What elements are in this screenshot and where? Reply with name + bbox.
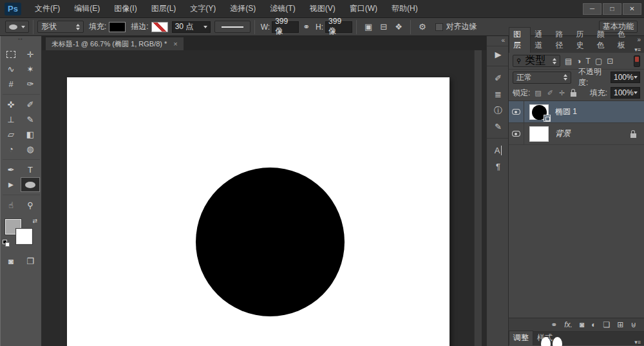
- tool-move[interactable]: ✛: [21, 47, 40, 62]
- menu-filter[interactable]: 滤镜(T): [263, 0, 302, 18]
- panel-menu-icon[interactable]: ▾≡: [634, 46, 644, 53]
- character-panel-button[interactable]: A: [487, 142, 509, 159]
- lock-all-icon[interactable]: [571, 92, 576, 97]
- visibility-cell[interactable]: [509, 123, 524, 145]
- tool-screen-mode[interactable]: ❐: [21, 254, 40, 269]
- menu-edit[interactable]: 编辑(E): [67, 0, 107, 18]
- new-adjustment-layer-icon[interactable]: ◐: [591, 320, 596, 329]
- close-button[interactable]: ✕: [623, 3, 641, 15]
- lock-position-icon[interactable]: ✛: [558, 89, 566, 97]
- tab-swatches[interactable]: 色板: [614, 28, 634, 53]
- shape-height-input[interactable]: 399 像: [325, 21, 352, 33]
- tool-hand[interactable]: ☝: [1, 198, 21, 213]
- layer-name[interactable]: 椭圆 1: [555, 106, 577, 117]
- swap-colors-icon[interactable]: ⇄: [32, 218, 37, 224]
- tool-crop[interactable]: #: [1, 77, 21, 91]
- lock-transparency-icon[interactable]: ▨: [533, 89, 542, 97]
- new-group-icon[interactable]: ❏: [603, 320, 610, 329]
- new-layer-icon[interactable]: ⊞: [617, 320, 623, 329]
- layer-row-background[interactable]: 背景: [509, 123, 644, 145]
- ellipse-layer-shape[interactable]: [196, 168, 345, 316]
- filter-shape-layers-icon[interactable]: ▢: [595, 57, 602, 66]
- gear-icon[interactable]: ⚙: [415, 22, 430, 32]
- tab-paths[interactable]: 路径: [551, 28, 572, 53]
- menu-window[interactable]: 窗口(W): [343, 0, 384, 18]
- tool-mode-select[interactable]: 形状: [37, 21, 84, 33]
- opacity-input[interactable]: 100%: [611, 72, 640, 83]
- tool-pen[interactable]: ✒: [1, 162, 21, 177]
- menu-file[interactable]: 文件(F): [28, 0, 67, 18]
- filter-type-layers-icon[interactable]: T: [586, 57, 591, 66]
- stroke-width-input[interactable]: 30 点: [172, 21, 211, 33]
- align-edges-checkbox[interactable]: [435, 23, 443, 31]
- layer-name[interactable]: 背景: [555, 128, 571, 139]
- layer-effects-icon[interactable]: fx.: [564, 320, 573, 329]
- brush-presets-panel-button[interactable]: ✎: [487, 119, 509, 135]
- vertical-scrollbar[interactable]: [474, 50, 482, 346]
- tool-brush[interactable]: ✐: [21, 97, 40, 112]
- layer-row-ellipse[interactable]: 椭圆 1: [509, 101, 644, 123]
- background-color-swatch[interactable]: [16, 229, 32, 244]
- link-dimensions-icon[interactable]: ⚭: [299, 22, 314, 32]
- eye-icon[interactable]: [512, 109, 520, 115]
- panel-grip[interactable]: ▪▪: [0, 36, 41, 42]
- maximize-button[interactable]: □: [603, 3, 621, 15]
- tool-eraser[interactable]: ▱: [1, 127, 21, 142]
- tool-blur[interactable]: ◔: [1, 142, 21, 157]
- delete-layer-icon[interactable]: ⊎: [630, 320, 636, 329]
- fill-input[interactable]: 100%: [611, 87, 640, 99]
- filter-smart-objects-icon[interactable]: ⊡: [607, 57, 613, 66]
- info-panel-button[interactable]: ⓘ: [487, 102, 509, 119]
- menu-view[interactable]: 视图(V): [303, 0, 343, 18]
- clone-source-panel-button[interactable]: ≣: [487, 86, 509, 102]
- path-alignment-icon[interactable]: ⊟: [376, 22, 391, 32]
- actions-panel-button[interactable]: ▶: [487, 46, 509, 62]
- tab-history[interactable]: 历史: [573, 28, 593, 53]
- tool-clone-stamp[interactable]: ⊥: [1, 112, 21, 127]
- tool-gradient[interactable]: ◧: [21, 127, 40, 142]
- tool-path-selection[interactable]: ►: [1, 177, 21, 192]
- brush-panel-button[interactable]: ✐: [487, 70, 509, 86]
- link-layers-icon[interactable]: ⚭: [551, 320, 557, 329]
- paragraph-panel-button[interactable]: ¶: [487, 159, 509, 175]
- eye-icon[interactable]: [512, 131, 520, 137]
- panel-menu-icon[interactable]: ▾≡: [634, 339, 644, 345]
- tool-preset-picker[interactable]: [5, 21, 29, 33]
- tool-ellipse[interactable]: [21, 177, 40, 192]
- minimize-button[interactable]: ─: [583, 3, 601, 15]
- menu-select[interactable]: 选择(S): [223, 0, 263, 18]
- tool-quick-mask[interactable]: ◙: [1, 254, 21, 269]
- tool-type[interactable]: T: [21, 162, 40, 177]
- canvas-area[interactable]: [42, 50, 486, 346]
- tab-layers[interactable]: 图层: [509, 27, 531, 53]
- fill-color-swatch[interactable]: [109, 22, 126, 32]
- collapse-panels-icon[interactable]: »: [637, 36, 641, 43]
- tool-lasso[interactable]: ∿: [1, 62, 21, 77]
- document-canvas[interactable]: [67, 77, 450, 346]
- tool-eyedropper[interactable]: ✑: [21, 77, 40, 91]
- lock-image-icon[interactable]: ✐: [546, 89, 554, 97]
- tab-color[interactable]: 颜色: [593, 28, 614, 53]
- add-layer-mask-icon[interactable]: ◙: [580, 320, 584, 329]
- document-tab[interactable]: 未标题-1 @ 66.7% (椭圆 1, RGB/8) * ×: [45, 37, 184, 50]
- tool-dodge[interactable]: ◍: [21, 142, 40, 157]
- blend-mode-select[interactable]: 正常: [513, 72, 571, 84]
- filter-kind-select[interactable]: ⚲ 类型: [513, 55, 560, 67]
- tab-channels[interactable]: 通道: [531, 28, 551, 53]
- close-tab-icon[interactable]: ×: [173, 40, 177, 48]
- expand-panels-icon[interactable]: «: [487, 36, 508, 46]
- tool-spot-healing[interactable]: ✜: [1, 97, 21, 112]
- menu-image[interactable]: 图像(I): [107, 0, 144, 18]
- tool-rectangular-marquee[interactable]: [1, 47, 21, 62]
- path-arrangement-icon[interactable]: ❖: [391, 22, 406, 32]
- layers-empty-area[interactable]: [509, 145, 644, 318]
- filter-pixel-layers-icon[interactable]: ▤: [565, 57, 572, 66]
- tool-zoom[interactable]: ⚲: [21, 198, 40, 213]
- shape-width-input[interactable]: 399 像: [272, 21, 299, 33]
- menu-layer[interactable]: 图层(L): [144, 0, 184, 18]
- default-colors-icon[interactable]: [3, 240, 10, 247]
- path-operations-icon[interactable]: ▣: [361, 22, 376, 32]
- filter-toggle-switch[interactable]: [634, 55, 640, 67]
- menu-type[interactable]: 文字(Y): [183, 0, 223, 18]
- layer-thumbnail[interactable]: [529, 104, 549, 120]
